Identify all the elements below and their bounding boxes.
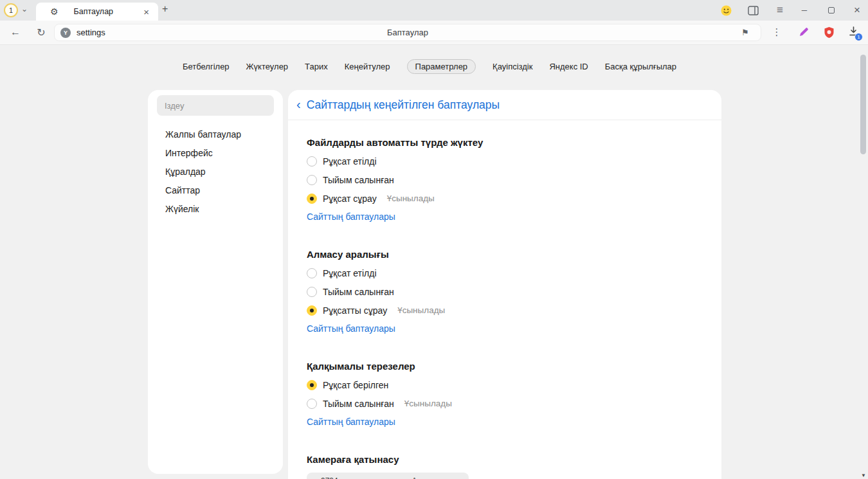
- page-title: Баптаулар: [55, 24, 761, 41]
- nav-tab-7[interactable]: Басқа құрылғылар: [605, 59, 676, 74]
- sidebar-item-0[interactable]: Жалпы баптаулар: [148, 125, 283, 144]
- maximize-button[interactable]: [826, 5, 837, 16]
- radio-label: Тыйым салынған: [323, 175, 394, 185]
- downloads-button[interactable]: 1: [848, 26, 859, 39]
- sidebar-item-4[interactable]: Жүйелік: [148, 200, 283, 219]
- browser-menu-icon[interactable]: ≡: [774, 5, 786, 16]
- recommended-badge: Ұсынылады: [404, 399, 452, 408]
- new-tab-button[interactable]: +: [162, 3, 168, 15]
- radio-label: Рұқсат сұрау: [323, 194, 377, 204]
- radio-dot: [310, 197, 314, 201]
- nav-tab-1[interactable]: Жүктеулер: [246, 59, 289, 74]
- settings-sidebar: Жалпы баптауларИнтерфейсҚұралдарСайттарЖ…: [148, 90, 283, 474]
- recommended-badge: Ұсынылады: [387, 194, 435, 203]
- radio-option[interactable]: Рұқсат етілді: [307, 264, 703, 282]
- chevron-down-icon: ⌄: [457, 477, 462, 479]
- side-panel-icon[interactable]: [747, 5, 759, 16]
- close-window-button[interactable]: ×: [851, 5, 863, 16]
- radio-label: Рұқсатты сұрау: [323, 305, 387, 316]
- minimize-button[interactable]: –: [799, 3, 810, 15]
- section-title: Камераға қатынасу: [307, 450, 703, 469]
- back-button[interactable]: ←: [9, 26, 22, 38]
- settings-section-1: Алмасу аралығыРұқсат етілдіТыйым салынға…: [307, 245, 703, 338]
- radio-checked-icon[interactable]: [307, 305, 317, 316]
- mood-smiley-icon[interactable]: [720, 5, 732, 16]
- site-settings-link[interactable]: Сайттың баптаулары: [307, 208, 395, 226]
- radio-label: Рұқсат етілді: [323, 156, 377, 167]
- sidebar-item-3[interactable]: Сайттар: [148, 181, 283, 200]
- section-title: Қалқымалы терезелер: [307, 357, 703, 375]
- maximize-icon: [828, 7, 835, 14]
- settings-page: БетбелгілерЖүктеулерТарихКеңейтулерПарам…: [0, 45, 868, 479]
- radio-option[interactable]: Тыйым салынған: [307, 282, 703, 301]
- panel-title[interactable]: Сайттардың кеңейтілген баптаулары: [307, 98, 500, 112]
- nav-tab-3[interactable]: Кеңейтулер: [345, 59, 390, 74]
- radio-unchecked-icon[interactable]: [307, 399, 317, 409]
- settings-panel: ‹ Сайттардың кеңейтілген баптаулары Файл…: [288, 90, 721, 479]
- radio-unchecked-icon[interactable]: [307, 175, 317, 185]
- camera-select[interactable]: cv9734_azurewave_camera Алдыңғы⌄: [307, 473, 469, 479]
- radio-option[interactable]: Рұқсат берілген: [307, 375, 703, 394]
- panel-header[interactable]: ‹ Сайттардың кеңейтілген баптаулары: [288, 90, 721, 120]
- protect-shield-icon[interactable]: [824, 26, 835, 41]
- settings-nav: БетбелгілерЖүктеулерТарихКеңейтулерПарам…: [0, 59, 859, 74]
- site-settings-link[interactable]: Сайттың баптаулары: [307, 320, 395, 338]
- radio-checked-icon[interactable]: [307, 380, 317, 390]
- bookmark-flag-icon[interactable]: ⚑: [741, 24, 749, 41]
- tab-close-icon[interactable]: ×: [142, 6, 150, 17]
- radio-dot: [310, 383, 314, 387]
- tab-strip: 1 ⌄ ⚙ Баптаулар × + ≡ – ×: [0, 0, 868, 21]
- sidebar-item-2[interactable]: Құралдар: [148, 163, 283, 181]
- browser-tab-settings[interactable]: ⚙ Баптаулар ×: [36, 3, 158, 21]
- address-bar[interactable]: Y settings Баптаулар ⚑: [54, 24, 761, 41]
- scrollbar[interactable]: ▼: [859, 45, 868, 479]
- sidebar-item-1[interactable]: Интерфейс: [148, 144, 283, 163]
- scroll-down-arrow-icon[interactable]: ▼: [859, 473, 868, 478]
- back-chevron-icon[interactable]: ‹: [296, 98, 301, 111]
- radio-label: Тыйым салынған: [323, 287, 394, 297]
- radio-dot: [310, 309, 314, 312]
- reload-button[interactable]: ↻: [35, 26, 48, 39]
- scrollbar-thumb[interactable]: [860, 55, 866, 154]
- radio-option[interactable]: Рұқсат сұрауҰсынылады: [307, 189, 703, 208]
- sidebar-menu: Жалпы баптауларИнтерфейсҚұралдарСайттарЖ…: [148, 125, 283, 219]
- search-input[interactable]: [157, 95, 274, 116]
- radio-checked-icon[interactable]: [307, 194, 317, 204]
- radio-label: Рұқсат берілген: [323, 380, 388, 390]
- settings-section-2: Қалқымалы терезелерРұқсат берілгенТыйым …: [307, 357, 703, 431]
- nav-tab-0[interactable]: Бетбелгілер: [183, 59, 230, 74]
- nav-tab-6[interactable]: Яндекс ID: [549, 59, 588, 74]
- more-options-icon[interactable]: ⋮: [770, 26, 783, 38]
- settings-section-3: Камераға қатынасуcv9734_azurewave_camera…: [307, 450, 703, 479]
- radio-option[interactable]: Тыйым салынғанҰсынылады: [307, 394, 703, 413]
- radio-option[interactable]: Рұқсат етілді: [307, 152, 703, 170]
- edit-pen-icon[interactable]: [798, 26, 809, 41]
- address-toolbar: ← ↻ Y settings Баптаулар ⚑ ⋮ 1: [0, 21, 868, 45]
- site-icon: Y: [60, 28, 71, 38]
- radio-unchecked-icon[interactable]: [307, 287, 317, 297]
- profile-avatar[interactable]: 1: [4, 3, 18, 17]
- radio-option[interactable]: Рұқсатты сұрауҰсынылады: [307, 301, 703, 320]
- gear-icon: ⚙: [50, 6, 59, 17]
- radio-unchecked-icon[interactable]: [307, 268, 317, 278]
- url-text[interactable]: settings: [77, 24, 105, 41]
- radio-option[interactable]: Тыйым салынған: [307, 170, 703, 189]
- radio-unchecked-icon[interactable]: [307, 156, 317, 167]
- recommended-badge: Ұсынылады: [397, 305, 445, 315]
- section-title: Файлдарды автоматты түрде жүктеу: [307, 133, 703, 152]
- radio-label: Тыйым салынған: [323, 399, 394, 409]
- sections: Файлдарды автоматты түрде жүктеуРұқсат е…: [288, 120, 721, 479]
- radio-label: Рұқсат етілді: [323, 268, 377, 278]
- nav-tab-5[interactable]: Қауіпсіздік: [493, 59, 532, 74]
- section-title: Алмасу аралығы: [307, 245, 703, 264]
- profile-chevron-icon[interactable]: ⌄: [21, 5, 28, 14]
- nav-tab-4[interactable]: Параметрлер: [407, 59, 476, 74]
- download-count-badge: 1: [854, 33, 863, 41]
- nav-tab-2[interactable]: Тарих: [305, 59, 328, 74]
- site-settings-link[interactable]: Сайттың баптаулары: [307, 413, 395, 431]
- browser-window: 1 ⌄ ⚙ Баптаулар × + ≡ – × ←: [0, 0, 868, 479]
- tab-title: Баптаулар: [74, 7, 143, 16]
- camera-select-value: cv9734_azurewave_camera Алдыңғы: [313, 476, 453, 479]
- settings-section-0: Файлдарды автоматты түрде жүктеуРұқсат е…: [307, 133, 703, 226]
